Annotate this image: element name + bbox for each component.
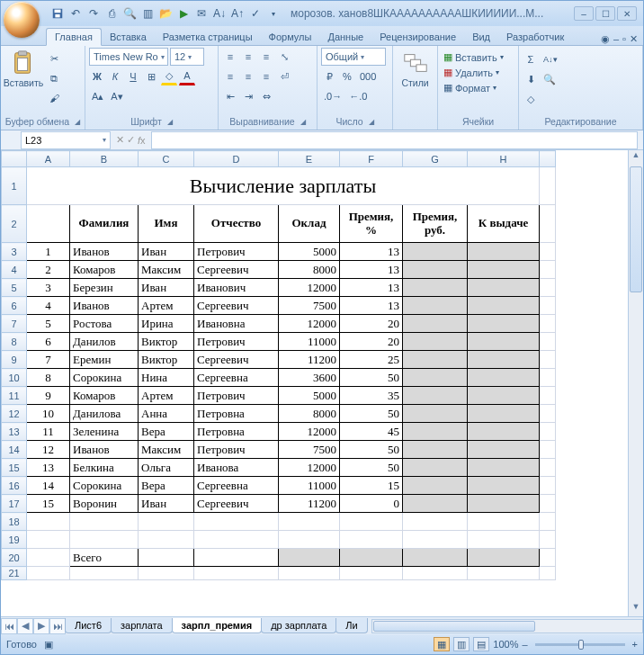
qat-sort-desc-icon[interactable]: A↑ (229, 5, 246, 22)
table-cell[interactable]: 1 (27, 243, 70, 261)
table-cell[interactable]: Сергеевич (194, 351, 279, 369)
close-button[interactable]: ✕ (617, 6, 637, 21)
table-cell[interactable]: Сергеевна (194, 369, 279, 387)
table-cell[interactable]: Воронин (70, 495, 139, 513)
table-header-7[interactable]: К выдаче (468, 205, 540, 243)
table-cell[interactable]: 8 (27, 369, 70, 387)
table-cell[interactable]: 3 (27, 279, 70, 297)
row-header-21[interactable]: 21 (2, 567, 27, 580)
table-cell[interactable]: 13 (340, 279, 403, 297)
qat-sort-asc-icon[interactable]: A↓ (211, 5, 228, 22)
table-cell[interactable]: Сорокина (70, 369, 139, 387)
zoom-out-button[interactable]: – (522, 639, 527, 650)
row-header-14[interactable]: 14 (2, 441, 27, 459)
tab-nav-last-icon[interactable]: ⏭ (49, 618, 66, 634)
row-header-4[interactable]: 4 (2, 261, 27, 279)
table-cell[interactable]: 50 (340, 441, 403, 459)
table-cell[interactable]: Иван (139, 495, 194, 513)
table-cell[interactable]: 4 (27, 297, 70, 315)
vertical-scrollbar[interactable]: ▲▼ (628, 150, 643, 616)
cell[interactable] (403, 513, 468, 531)
cell[interactable] (194, 513, 279, 531)
table-cell[interactable]: Данилова (70, 405, 139, 423)
table-cell[interactable]: Сергеевна (194, 477, 279, 495)
row-header-7[interactable]: 7 (2, 315, 27, 333)
table-cell[interactable]: Петрович (194, 387, 279, 405)
font-color-button[interactable]: A (179, 67, 195, 85)
table-cell[interactable]: Иван (139, 279, 194, 297)
select-all-cell[interactable] (2, 151, 27, 167)
macro-record-icon[interactable]: ▣ (44, 639, 53, 651)
comma-button[interactable]: 000 (357, 67, 379, 85)
normal-view-button[interactable]: ▦ (434, 637, 450, 651)
cut-button[interactable]: ✂ (46, 49, 62, 67)
table-cell[interactable]: 11200 (279, 495, 340, 513)
table-cell[interactable]: 35 (340, 387, 403, 405)
table-cell[interactable] (468, 369, 540, 387)
row-header-9[interactable]: 9 (2, 351, 27, 369)
row-header-16[interactable]: 16 (2, 477, 27, 495)
worksheet[interactable]: ABCDEFGH1Вычисление зарплаты2ФамилияИмяО… (1, 150, 556, 580)
row-header-3[interactable]: 3 (2, 243, 27, 261)
col-header-E[interactable]: E (279, 151, 340, 167)
font-launcher-icon[interactable]: ◢ (167, 118, 173, 126)
clipboard-launcher-icon[interactable]: ◢ (75, 118, 80, 126)
table-header-4[interactable]: Оклад (279, 205, 340, 243)
table-cell[interactable]: Сергеевич (194, 261, 279, 279)
table-cell[interactable]: 11 (27, 423, 70, 441)
ribbon-tab-2[interactable]: Разметка страницы (155, 29, 261, 45)
align-right-button[interactable]: ≡ (258, 67, 274, 85)
delete-cells-button[interactable]: ▦Удалить▾ (442, 66, 514, 79)
table-cell[interactable]: 0 (340, 495, 403, 513)
table-cell[interactable]: Вера (139, 423, 194, 441)
qat-print-icon[interactable]: ⎙ (103, 5, 120, 22)
table-cell[interactable]: Еремин (70, 351, 139, 369)
decrease-decimal-button[interactable]: ←.0 (346, 87, 370, 105)
table-cell[interactable]: Березин (70, 279, 139, 297)
bold-button[interactable]: Ж (89, 67, 105, 85)
table-cell[interactable]: Виктор (139, 351, 194, 369)
table-cell[interactable] (468, 459, 540, 477)
table-cell[interactable]: 45 (340, 423, 403, 441)
table-cell[interactable] (468, 243, 540, 261)
table-cell[interactable]: Ирина (139, 315, 194, 333)
qat-mail-icon[interactable]: ✉ (193, 5, 210, 22)
row-header-8[interactable]: 8 (2, 333, 27, 351)
row-header-19[interactable]: 19 (2, 531, 27, 549)
table-cell[interactable]: Иванов (70, 297, 139, 315)
table-cell[interactable]: 15 (27, 495, 70, 513)
cell[interactable] (194, 531, 279, 549)
col-header-F[interactable]: F (340, 151, 403, 167)
table-cell[interactable] (468, 333, 540, 351)
table-cell[interactable]: Ростова (70, 315, 139, 333)
col-header-G[interactable]: G (403, 151, 468, 167)
table-cell[interactable]: Иванова (194, 459, 279, 477)
table-cell[interactable]: 14 (27, 477, 70, 495)
merge-button[interactable]: ⇔ (258, 87, 274, 105)
insert-cells-button[interactable]: ▦Вставить▾ (442, 50, 514, 64)
name-box[interactable]: L23▾ (21, 131, 111, 149)
table-header-6[interactable]: Премия,руб. (403, 205, 468, 243)
table-cell[interactable] (403, 423, 468, 441)
table-cell[interactable]: Анна (139, 405, 194, 423)
shrink-font-button[interactable]: A▾ (108, 87, 125, 105)
table-cell[interactable] (403, 405, 468, 423)
table-cell[interactable]: Иванов (70, 441, 139, 459)
table-cell[interactable]: 11200 (279, 351, 340, 369)
table-cell[interactable] (403, 387, 468, 405)
page-layout-view-button[interactable]: ▥ (453, 637, 470, 651)
table-cell[interactable] (403, 315, 468, 333)
minimize-button[interactable]: – (574, 6, 594, 21)
qat-spellcheck-icon[interactable]: ✓ (247, 5, 264, 22)
table-cell[interactable]: 7500 (279, 441, 340, 459)
col-header-H[interactable]: H (468, 151, 540, 167)
align-bottom-button[interactable]: ≡ (258, 48, 274, 66)
format-cells-button[interactable]: ▦Формат▾ (442, 81, 514, 94)
qat-redo-icon[interactable]: ↷ (85, 5, 102, 22)
table-cell[interactable]: Вера (139, 477, 194, 495)
fill-button[interactable]: ⬇ (523, 70, 539, 88)
decrease-indent-button[interactable]: ⇤ (222, 87, 238, 105)
zoom-level[interactable]: 100% (493, 639, 518, 650)
table-cell[interactable]: Сергеевич (194, 495, 279, 513)
italic-button[interactable]: К (107, 67, 123, 85)
